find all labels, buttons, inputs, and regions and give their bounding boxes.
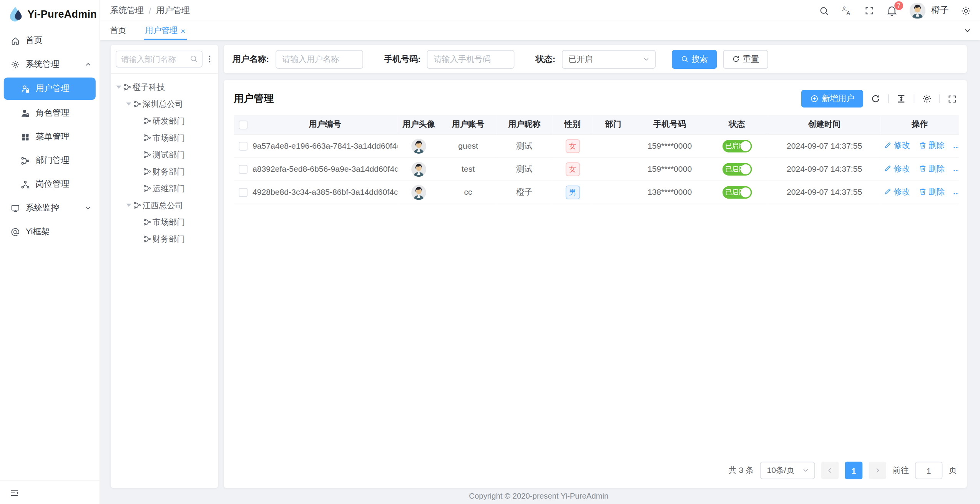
language-button[interactable] — [841, 5, 852, 16]
next-page-button[interactable] — [869, 462, 887, 479]
sidebar-item-menu-mgmt[interactable]: 菜单管理 — [0, 125, 100, 149]
tree-node-label: 江西总公司 — [143, 200, 183, 211]
page-footer: Copyright © 2020-present Yi-PureAdmin — [111, 488, 967, 504]
fullscreen-icon — [864, 6, 874, 16]
plus-circle-icon — [810, 94, 819, 103]
edit-button[interactable]: 修改 — [884, 186, 910, 197]
more-horizontal-icon — [953, 166, 959, 175]
collapse-sidebar-button[interactable] — [9, 487, 19, 497]
row-density-button[interactable] — [896, 94, 906, 104]
sidebar-item-user-mgmt[interactable]: 用户管理 — [4, 78, 96, 100]
more-actions-button[interactable] — [953, 189, 959, 198]
row-checkbox[interactable] — [239, 165, 247, 174]
breadcrumb-item-system-mgmt[interactable]: 系统管理 — [110, 5, 144, 16]
tree-node[interactable]: 江西总公司 — [111, 197, 218, 214]
column-settings-button[interactable] — [922, 94, 932, 104]
tree-node[interactable]: 市场部门 — [111, 129, 218, 146]
status-select[interactable]: 已开启 — [561, 50, 655, 68]
column-header: 用户昵称 — [496, 115, 552, 134]
row-checkbox[interactable] — [239, 142, 247, 151]
tree-more-button[interactable] — [205, 54, 214, 63]
menu-fold-icon — [9, 487, 19, 497]
caret-down-icon[interactable] — [125, 204, 133, 207]
gender-tag: 男 — [565, 185, 580, 199]
sidebar-item-role-mgmt[interactable]: 角色管理 — [0, 101, 100, 125]
logo[interactable]: Yi-PureAdmin — [0, 0, 100, 28]
more-actions-button[interactable] — [953, 143, 959, 152]
divider — [888, 94, 889, 103]
tab-user-mgmt[interactable]: 用户管理 × — [145, 21, 185, 40]
edit-button[interactable]: 修改 — [884, 140, 910, 151]
page-number-button[interactable]: 1 — [845, 462, 863, 479]
fullscreen-button[interactable] — [864, 6, 874, 16]
username-input[interactable] — [275, 50, 363, 68]
user-avatar[interactable] — [909, 3, 925, 19]
tabs-dropdown-button[interactable] — [955, 21, 980, 40]
tree-node[interactable]: 运维部门 — [111, 180, 218, 197]
delete-button[interactable]: 删除 — [919, 163, 945, 174]
sidebar-item-dept-mgmt[interactable]: 部门管理 — [0, 149, 100, 172]
page-size-select[interactable]: 10条/页 — [760, 462, 815, 479]
sidebar-item-label: 系统监控 — [26, 202, 85, 214]
phone-input[interactable] — [427, 50, 515, 68]
table-fullscreen-button[interactable] — [947, 94, 957, 103]
tree-node[interactable]: 研发部门 — [111, 113, 218, 129]
status-toggle[interactable]: 已启用 — [722, 163, 751, 176]
caret-down-icon[interactable] — [115, 86, 123, 89]
notifications-button[interactable]: 7 — [886, 5, 897, 16]
delete-button[interactable]: 删除 — [919, 186, 945, 197]
tree-node[interactable]: 深圳总公司 — [111, 96, 218, 113]
tree-node[interactable]: 市场部门 — [111, 214, 218, 230]
gender-tag: 女 — [565, 162, 580, 176]
tab-home[interactable]: 首页 — [110, 21, 126, 40]
tree-node-label: 橙子科技 — [133, 81, 165, 93]
reset-button[interactable]: 重置 — [723, 50, 768, 68]
more-horizontal-icon — [953, 189, 959, 198]
prev-page-button[interactable] — [821, 462, 839, 479]
gear-icon — [961, 5, 972, 16]
sidebar-item-yi-framework[interactable]: Yi框架 — [0, 220, 100, 244]
row-checkbox[interactable] — [239, 188, 247, 197]
tree-node-label: 市场部门 — [153, 217, 185, 228]
status-toggle[interactable]: 已启用 — [722, 139, 751, 152]
more-actions-button[interactable] — [953, 166, 959, 175]
sidebar-item-post-mgmt[interactable]: 岗位管理 — [0, 172, 100, 196]
sidebar-group-system-mgmt[interactable]: 系统管理 — [0, 53, 100, 76]
tree-node-label: 财务部门 — [153, 233, 185, 244]
tree-node[interactable]: 测试部门 — [111, 146, 218, 163]
search-button[interactable]: 搜索 — [671, 50, 716, 68]
delete-button[interactable]: 删除 — [919, 140, 945, 151]
user-name[interactable]: 橙子 — [931, 5, 949, 16]
user-lock-icon — [21, 84, 30, 93]
tab-label: 首页 — [110, 25, 126, 36]
tree-node[interactable]: 财务部门 — [111, 230, 218, 247]
edit-button[interactable]: 修改 — [884, 163, 910, 174]
main-area: 系统管理 / 用户管理 7 — [100, 0, 980, 504]
tree-node[interactable]: 财务部门 — [111, 163, 218, 180]
water-drop-logo-icon — [8, 6, 24, 22]
add-user-button[interactable]: 新增用户 — [801, 90, 863, 108]
divider — [939, 94, 940, 103]
dept-cell — [593, 181, 634, 204]
goto-label: 前往 — [892, 465, 909, 476]
caret-down-icon[interactable] — [125, 103, 133, 106]
edit-icon — [884, 188, 892, 196]
user-avatar — [411, 161, 426, 176]
more-horizontal-icon — [953, 143, 959, 152]
monitor-icon — [11, 203, 20, 212]
tree-node[interactable]: 橙子科技 — [111, 79, 218, 96]
status-toggle[interactable]: 已启用 — [722, 186, 751, 199]
breadcrumb-item-user-mgmt[interactable]: 用户管理 — [156, 5, 190, 16]
branch-icon — [143, 167, 151, 176]
refresh-table-button[interactable] — [870, 94, 880, 104]
user-avatar — [411, 185, 426, 200]
sidebar-item-home[interactable]: 首页 — [0, 29, 100, 53]
account-cell: test — [440, 158, 496, 181]
settings-button[interactable] — [961, 5, 972, 16]
search-button[interactable] — [819, 5, 829, 16]
chevron-down-icon — [963, 26, 972, 35]
select-all-checkbox[interactable] — [239, 121, 247, 129]
sidebar-group-system-monitor[interactable]: 系统监控 — [0, 196, 100, 220]
close-icon[interactable]: × — [181, 27, 185, 35]
goto-page-input[interactable] — [915, 462, 943, 479]
